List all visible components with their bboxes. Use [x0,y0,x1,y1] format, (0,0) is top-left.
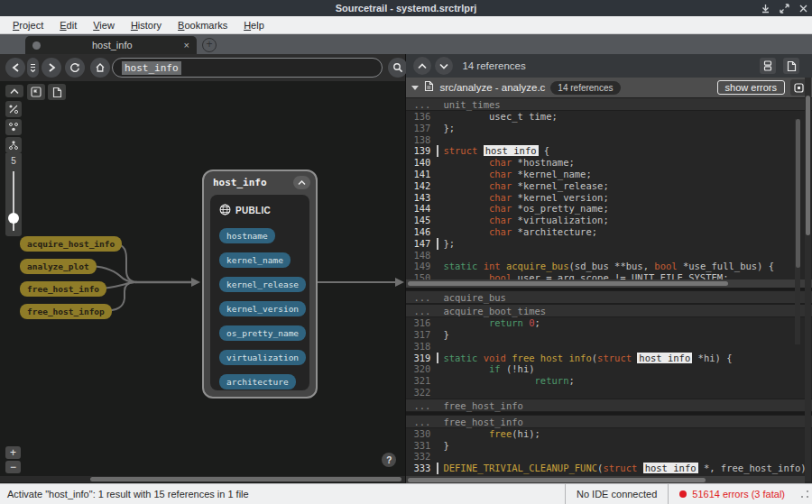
menu-item-project[interactable]: Project [5,18,51,32]
tab-close-icon[interactable]: × [184,41,189,50]
snippet-horizontal-scrollbar[interactable] [406,279,812,288]
code-line-138[interactable]: 138 [406,134,812,146]
code-line-144[interactable]: 144 char *os_pretty_name; [406,203,812,215]
tab-status-icon [32,41,41,50]
zoom-in-button[interactable]: + [5,446,21,459]
code-view: src/analyze - analyze.c 14 references sh… [406,78,812,483]
member-hostname[interactable]: hostname [219,228,275,243]
code-line-140[interactable]: 140 char *hostname; [406,157,812,169]
search-input[interactable]: host_info [112,58,383,78]
code-line-136[interactable]: 136 usec_t time; [406,111,812,123]
file-header[interactable]: src/analyze - analyze.c 14 references sh… [406,78,812,97]
snippet-scope-header[interactable]: ...acquire_boot_times [406,304,812,317]
member-kernel-release[interactable]: kernel_release [219,277,306,292]
maximize-icon[interactable] [780,4,789,14]
active-symbol-highlight[interactable]: host_info [637,353,692,363]
back-button[interactable] [5,58,25,78]
references-bar: 14 references [406,54,812,78]
graph-node-host-info[interactable]: host_info PUBLIC hostnamekernel_namekern… [202,170,318,399]
menu-item-help[interactable]: Help [236,18,272,32]
code-line-320[interactable]: 320 if (!hi) [406,363,812,375]
new-tab-button[interactable]: + [202,38,217,52]
code-snippet[interactable]: ...acquire_bus...acquire_boot_times316 r… [406,290,812,412]
refresh-button[interactable] [65,58,85,78]
menu-item-history[interactable]: History [124,18,169,32]
code-line-319[interactable]: 319static void free_host_info(struct hos… [406,353,812,364]
code-line-147[interactable]: 147}; [406,238,812,250]
snippet-vscroll-thumb[interactable] [796,119,800,268]
snippet-scope-header[interactable]: ...unit_times [406,97,812,111]
minimize-icon[interactable] [761,4,770,14]
code-snippet[interactable]: ...unit_times136 usec_t time;137};138139… [406,97,812,279]
status-bar: Activate "host_info": 1 result with 15 r… [0,483,812,504]
code-snippet[interactable]: ...free_host_info330 free(hi);331}332333… [406,415,812,474]
code-horizontal-scrollbar[interactable] [406,476,805,483]
code-line-331[interactable]: 331} [406,440,812,452]
search-button[interactable] [388,58,408,78]
graph-hscroll-thumb[interactable] [90,477,401,481]
code-line-333[interactable]: 333DEFINE_TRIVIAL_CLEANUP_FUNC(struct ho… [406,463,812,474]
resize-grip[interactable] [799,489,810,499]
snippet-scope-header[interactable]: ...free_host_info [406,415,812,428]
graph-node-acquire-host-info[interactable]: acquire_host_info [20,236,122,252]
code-line-321[interactable]: 321 return; [406,375,812,387]
code-line-318[interactable]: 318 [406,341,812,353]
menu-item-view[interactable]: View [86,18,122,32]
graph-view[interactable]: 5 [0,81,405,483]
forward-button[interactable] [42,58,61,78]
code-line-330[interactable]: 330 free(hi); [406,428,812,440]
show-errors-button[interactable]: show errors [717,80,785,95]
graph-node-free-host-infop[interactable]: free_host_infop [20,304,112,319]
zoom-out-button[interactable]: − [5,461,21,473]
code-line-322[interactable]: 322 [406,387,812,399]
code-line-149[interactable]: 149static int acquire_bus(sd_bus **bus, … [406,261,812,272]
history-dropdown-button[interactable] [27,58,39,78]
code-vertical-scrollbar[interactable] [805,78,811,481]
collapse-snippet-icon[interactable] [411,86,419,90]
member-kernel-version[interactable]: kernel_version [219,301,306,316]
menu-bar: ProjectEditViewHistoryBookmarksHelp [0,16,812,34]
tab-label: host_info [41,40,184,50]
graph-node-body: PUBLIC hostnamekernel_namekernel_release… [210,195,309,390]
snippet-list-mode-button[interactable] [760,58,776,74]
code-line-150[interactable]: 150 bool user = arg_scope != UNIT_FILE_S… [406,272,812,279]
previous-reference-button[interactable] [413,57,431,75]
code-vscroll-thumb[interactable] [806,96,810,235]
graph-node-analyze-plot[interactable]: analyze_plot [20,259,97,274]
node-collapse-button[interactable] [293,176,310,189]
home-button[interactable] [90,58,110,78]
code-line-148[interactable]: 148 [406,250,812,261]
next-reference-button[interactable] [435,57,453,75]
single-file-mode-button[interactable] [783,58,799,74]
menu-item-edit[interactable]: Edit [52,18,84,32]
code-line-139[interactable]: 139struct host_info { [406,145,812,157]
code-line-142[interactable]: 142 char *kernel_release; [406,180,812,192]
error-status[interactable]: 51614 errors (3 fatal) [668,484,796,504]
file-reference-badge: 14 references [550,81,620,95]
navigation-toolbar: host_info [0,54,405,81]
graph-node-free-host-info[interactable]: free_host_info [20,281,106,297]
code-line-141[interactable]: 141 char *kernel_name; [406,169,812,180]
code-line-332[interactable]: 332 [406,451,812,463]
member-architecture[interactable]: architecture [219,374,296,389]
member-os-pretty-name[interactable]: os_pretty_name [219,325,306,341]
member-virtualization[interactable]: virtualization [219,350,306,365]
code-line-316[interactable]: 316 return 0; [406,317,812,329]
code-line-137[interactable]: 137}; [406,123,812,134]
tab-host-info[interactable]: host_info × [25,36,197,54]
code-line-317[interactable]: 317} [406,329,812,341]
snippet-scope-header[interactable]: ...acquire_bus [406,290,812,304]
menu-item-bookmarks[interactable]: Bookmarks [171,18,235,32]
active-symbol-highlight[interactable]: host_info [643,463,698,473]
code-line-143[interactable]: 143 char *kernel_version; [406,192,812,204]
snippet-vertical-scrollbar[interactable] [795,119,800,344]
code-line-146[interactable]: 146 char *architecture; [406,226,812,238]
active-symbol-highlight[interactable]: host_info [484,145,539,156]
snippet-hscroll-thumb[interactable] [408,281,728,286]
graph-horizontal-scrollbar[interactable] [0,476,405,482]
code-line-145[interactable]: 145 char *virtualization; [406,215,812,226]
code-hscroll-thumb[interactable] [408,478,706,482]
member-kernel-name[interactable]: kernel_name [219,252,291,268]
snippet-scope-header[interactable]: ...free_host_info [406,399,812,412]
close-icon[interactable] [798,4,808,14]
